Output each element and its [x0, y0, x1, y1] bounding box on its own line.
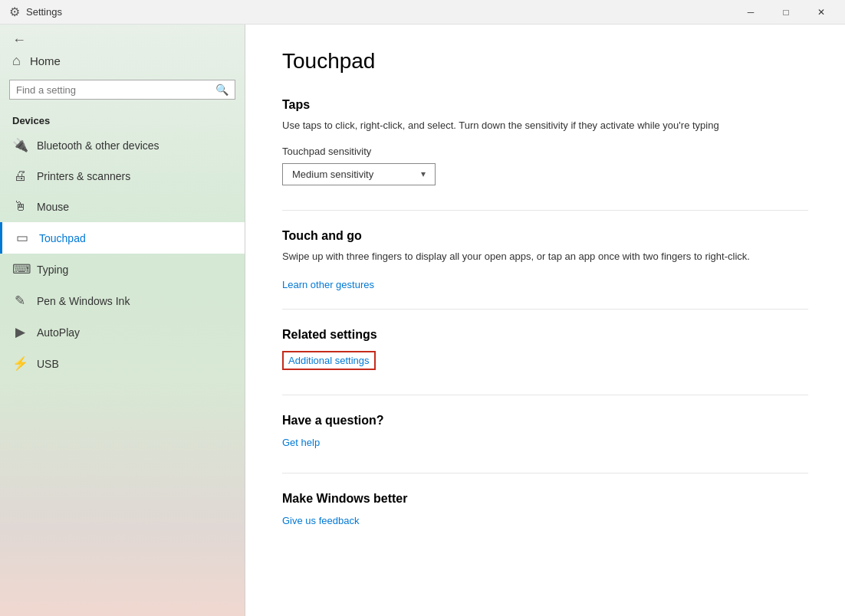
search-box[interactable]: 🔍 — [9, 80, 235, 100]
sensitivity-dropdown[interactable]: Medium sensitivity ▾ — [282, 163, 436, 185]
touchpad-icon: ▭ — [15, 230, 30, 246]
sidebar-label-touchpad: Touchpad — [39, 232, 86, 244]
page-title: Touchpad — [282, 49, 808, 74]
titlebar-controls: ─ □ ✕ — [733, 0, 839, 25]
sidebar-item-pen[interactable]: ✎ Pen & Windows Ink — [0, 285, 245, 316]
feedback-section: Make Windows better Give us feedback — [282, 492, 808, 526]
sidebar-label-pen: Pen & Windows Ink — [37, 295, 130, 307]
have-a-question-title: Have a question? — [282, 414, 808, 428]
home-icon: ⌂ — [12, 53, 21, 69]
get-help-link[interactable]: Get help — [282, 437, 320, 448]
minimize-button[interactable]: ─ — [733, 0, 768, 25]
close-button[interactable]: ✕ — [804, 0, 839, 25]
sidebar-item-printers[interactable]: 🖨 Printers & scanners — [0, 161, 245, 192]
sidebar-section-label: Devices — [0, 109, 245, 129]
settings-icon: ⚙ — [9, 5, 20, 19]
sidebar: ← ⌂ Home 🔍 Devices 🔌 Bluetooth & other d… — [0, 25, 245, 616]
sidebar-label-autoplay: AutoPlay — [37, 326, 80, 339]
taps-description: Use taps to click, right-click, and sele… — [282, 118, 808, 133]
back-icon: ← — [12, 32, 26, 48]
divider-3 — [282, 395, 808, 395]
home-nav-item[interactable]: ⌂ Home — [0, 50, 245, 77]
sensitivity-value: Medium sensitivity — [292, 169, 373, 180]
app: ← ⌂ Home 🔍 Devices 🔌 Bluetooth & other d… — [0, 25, 845, 616]
sidebar-label-usb: USB — [37, 358, 59, 370]
make-windows-better-title: Make Windows better — [282, 492, 808, 506]
home-label: Home — [30, 54, 61, 67]
sidebar-item-bluetooth[interactable]: 🔌 Bluetooth & other devices — [0, 129, 245, 161]
divider-2 — [282, 309, 808, 310]
touch-and-go-description: Swipe up with three fingers to display a… — [282, 249, 808, 264]
titlebar-left: ⚙ Settings — [0, 5, 62, 19]
related-settings-title: Related settings — [282, 328, 808, 342]
sidebar-item-usb[interactable]: ⚡ USB — [0, 348, 245, 379]
main-content: Touchpad Taps Use taps to click, right-c… — [245, 25, 845, 616]
printers-icon: 🖨 — [12, 169, 28, 184]
bluetooth-icon: 🔌 — [12, 137, 28, 153]
search-input[interactable] — [16, 84, 211, 96]
sidebar-item-autoplay[interactable]: ▶ AutoPlay — [0, 316, 245, 348]
qa-section: Have a question? Get help — [282, 414, 808, 448]
sidebar-item-typing[interactable]: ⌨ Typing — [0, 254, 245, 285]
sidebar-item-mouse[interactable]: 🖱 Mouse — [0, 192, 245, 222]
titlebar-title: Settings — [26, 6, 62, 18]
typing-icon: ⌨ — [12, 261, 28, 277]
sidebar-item-touchpad[interactable]: ▭ Touchpad — [0, 222, 245, 254]
divider-4 — [282, 473, 808, 473]
usb-icon: ⚡ — [12, 356, 28, 372]
learn-gestures-link[interactable]: Learn other gestures — [282, 279, 374, 290]
additional-settings-link[interactable]: Additional settings — [282, 351, 376, 370]
pen-icon: ✎ — [12, 293, 28, 309]
divider-1 — [282, 210, 808, 211]
taps-title: Taps — [282, 98, 808, 112]
titlebar: ⚙ Settings ─ □ ✕ — [0, 0, 845, 25]
search-icon: 🔍 — [215, 84, 229, 96]
sidebar-label-bluetooth: Bluetooth & other devices — [37, 139, 159, 152]
sidebar-label-mouse: Mouse — [37, 201, 69, 213]
autoplay-icon: ▶ — [12, 324, 28, 340]
sidebar-label-printers: Printers & scanners — [37, 170, 130, 182]
mouse-icon: 🖱 — [12, 199, 28, 215]
sidebar-label-typing: Typing — [37, 264, 68, 276]
touch-and-go-title: Touch and go — [282, 229, 808, 243]
related-settings-section: Related settings Additional settings — [282, 328, 808, 370]
chevron-down-icon: ▾ — [421, 169, 426, 179]
give-feedback-link[interactable]: Give us feedback — [282, 515, 359, 526]
maximize-button[interactable]: □ — [768, 0, 804, 25]
sensitivity-label: Touchpad sensitivity — [282, 146, 808, 157]
